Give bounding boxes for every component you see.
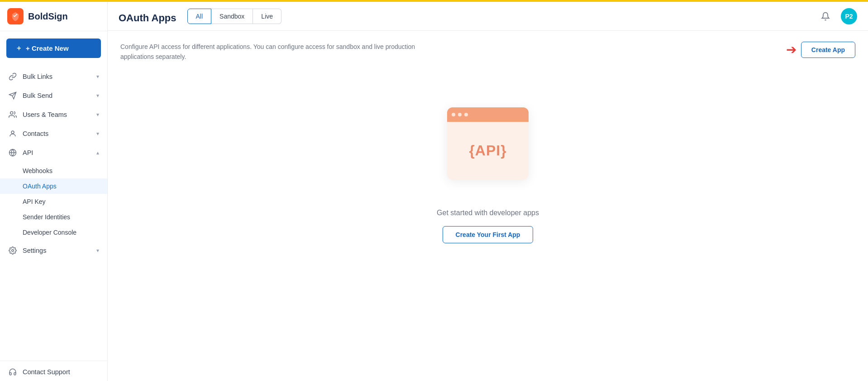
sidebar-item-bulk-links-label: Bulk Links [23, 73, 52, 80]
avatar[interactable]: P2 [841, 8, 857, 24]
sidebar-item-contacts-label: Contacts [23, 130, 48, 137]
svg-point-7 [12, 250, 14, 252]
empty-state-title: Get started with developer apps [437, 209, 539, 217]
top-bar: OAuth Apps All Sandbox Live P2 [108, 2, 868, 31]
description-row: Configure API access for different appli… [120, 42, 855, 62]
chevron-down-icon: ▾ [96, 130, 99, 137]
sidebar: BoldSign ＋ + Create New Bulk Links ▾ [0, 2, 108, 381]
create-new-button[interactable]: ＋ + Create New [6, 39, 101, 58]
window-dot-1 [452, 113, 455, 116]
tab-sandbox[interactable]: Sandbox [211, 9, 253, 24]
api-illustration: {API} [443, 107, 533, 198]
description-text: Configure API access for different appli… [120, 42, 437, 62]
sidebar-item-contacts[interactable]: Contacts ▾ [0, 124, 107, 143]
sidebar-item-webhooks[interactable]: Webhooks [0, 163, 107, 178]
webhooks-label: Webhooks [23, 167, 52, 174]
sender-identities-label: Sender Identities [23, 213, 70, 221]
chevron-up-icon: ▴ [96, 150, 99, 156]
sidebar-item-developer-console[interactable]: Developer Console [0, 225, 107, 240]
create-first-app-button[interactable]: Create Your First App [443, 226, 534, 243]
arrow-container: ➔ Create App [786, 42, 855, 58]
chevron-down-icon: ▾ [96, 92, 99, 99]
page-title: OAuth Apps [119, 12, 176, 24]
top-bar-left: OAuth Apps All Sandbox Live [119, 9, 281, 24]
contact-support[interactable]: Contact Support [0, 361, 107, 381]
sidebar-item-api-label: API [23, 149, 33, 156]
logo-text: BoldSign [28, 11, 68, 22]
chevron-down-icon: ▾ [96, 247, 99, 254]
sidebar-item-settings-label: Settings [23, 247, 46, 254]
tab-live[interactable]: Live [253, 9, 281, 24]
plus-icon: ＋ [15, 44, 22, 53]
top-bar-right: P2 [817, 8, 857, 24]
empty-state: {API} Get started with developer apps Cr… [120, 71, 855, 261]
api-icon [8, 148, 17, 157]
contact-support-label: Contact Support [23, 368, 70, 376]
create-new-label: + Create New [26, 44, 69, 52]
api-window: {API} [447, 107, 529, 180]
api-key-label: API Key [23, 198, 46, 205]
sidebar-item-api-key[interactable]: API Key [0, 194, 107, 209]
api-window-body: {API} [447, 122, 529, 180]
oauth-apps-label: OAuth Apps [23, 183, 57, 190]
main-content: OAuth Apps All Sandbox Live P2 Configure… [108, 2, 868, 381]
bulk-links-icon [8, 72, 17, 81]
sidebar-item-oauth-apps[interactable]: OAuth Apps [0, 178, 107, 194]
svg-point-4 [11, 131, 14, 134]
sidebar-item-sender-identities[interactable]: Sender Identities [0, 209, 107, 225]
sidebar-item-api[interactable]: API ▴ [0, 143, 107, 162]
chevron-down-icon: ▾ [96, 111, 99, 118]
notification-button[interactable] [817, 8, 834, 24]
logo-icon [7, 8, 24, 24]
sidebar-nav: Bulk Links ▾ Bulk Send ▾ [0, 65, 107, 361]
bulk-send-icon [8, 91, 17, 100]
contacts-icon [8, 129, 17, 138]
developer-console-label: Developer Console [23, 229, 76, 236]
sidebar-item-settings[interactable]: Settings ▾ [0, 241, 107, 260]
sidebar-item-bulk-send-label: Bulk Send [23, 92, 52, 99]
arrow-icon: ➔ [786, 43, 796, 56]
users-teams-icon [8, 110, 17, 119]
svg-point-3 [10, 111, 13, 114]
api-illustration-text: {API} [469, 142, 506, 159]
content-area: Configure API access for different appli… [108, 31, 868, 381]
api-sub-nav: Webhooks OAuth Apps API Key Sender Ident… [0, 162, 107, 241]
top-accent-bar [0, 0, 868, 2]
window-dot-3 [464, 113, 468, 116]
sidebar-item-bulk-links[interactable]: Bulk Links ▾ [0, 67, 107, 86]
chevron-down-icon: ▾ [96, 73, 99, 80]
contact-support-icon [8, 367, 17, 376]
sidebar-logo: BoldSign [0, 2, 107, 31]
api-window-bar [447, 107, 529, 122]
tab-all[interactable]: All [187, 9, 212, 24]
settings-icon [8, 246, 17, 255]
sidebar-item-bulk-send[interactable]: Bulk Send ▾ [0, 86, 107, 105]
tab-group: All Sandbox Live [187, 9, 282, 24]
sidebar-item-users-teams-label: Users & Teams [23, 111, 67, 118]
sidebar-item-users-teams[interactable]: Users & Teams ▾ [0, 105, 107, 124]
window-dot-2 [458, 113, 462, 116]
create-app-button[interactable]: Create App [801, 42, 855, 58]
